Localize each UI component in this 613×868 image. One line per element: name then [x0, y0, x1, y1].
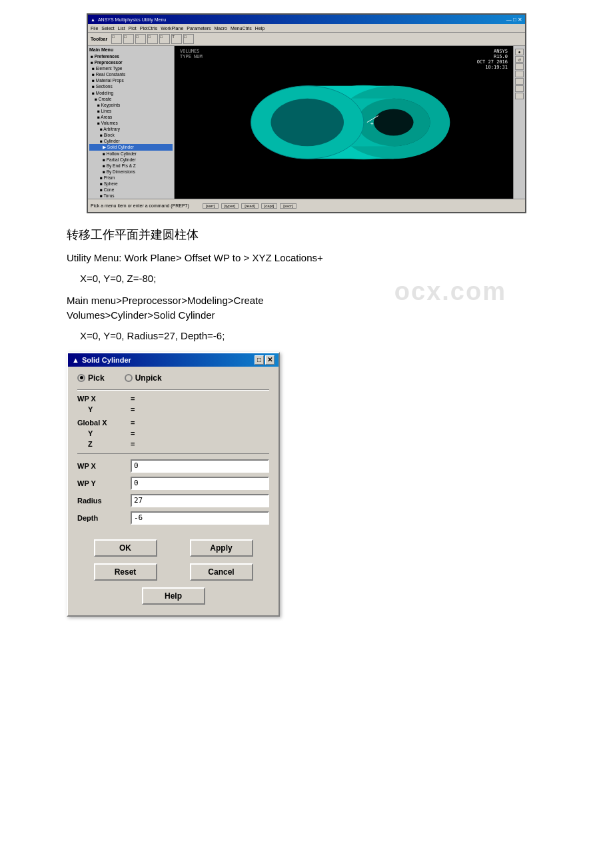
radius-input[interactable] — [131, 494, 269, 507]
pick-unpick-row: Pick Unpick — [77, 373, 269, 383]
global-y-eq: = — [131, 429, 141, 437]
solid-cylinder-dialog: ▲ Solid Cylinder □ ✕ Pick Unpick — [67, 352, 280, 617]
menu-plot[interactable]: Plot — [129, 26, 137, 31]
menu-help[interactable]: Help — [255, 26, 265, 31]
ansys-screenshot: ▲ ANSYS Multiphysics Utility Menu — □ ✕ … — [87, 13, 526, 213]
dialog-wrapper: ▲ Solid Cylinder □ ✕ Pick Unpick — [67, 352, 546, 617]
wp-x-input[interactable] — [131, 459, 269, 473]
main-menu-title: Main Menu — [89, 47, 173, 52]
toolbar-btn-4[interactable]: □ — [147, 34, 158, 44]
dialog-body: Pick Unpick WP X = Y = — [68, 367, 279, 615]
depth-label: Depth — [77, 514, 131, 522]
ansys-title: ANSYS Multiphysics Utility Menu — [98, 17, 166, 22]
dialog-ansys-icon: ▲ — [72, 356, 79, 364]
right-btn-2[interactable]: ↺ — [515, 56, 524, 63]
status-text: Pick a menu item or enter a command (PRE… — [91, 203, 189, 208]
params-1: X=0, Y=0, Z=-80; — [80, 273, 546, 284]
wp-y-input-label: WP Y — [77, 479, 131, 487]
ansys-version-label: ANSYSR15.0OCT 27 201610:19:31 — [477, 49, 508, 70]
divider-2 — [77, 453, 269, 454]
global-x-eq: = — [131, 419, 141, 427]
wp-coords-section: WP X = Y = — [77, 395, 269, 413]
dialog-titlebar-content: ▲ Solid Cylinder — [72, 356, 131, 364]
dialog-titlebar: ▲ Solid Cylinder □ ✕ — [68, 353, 279, 367]
content-area: 转移工作平面并建圆柱体 Utility Menu: Work Plane> Of… — [67, 227, 546, 341]
dialog-close-icon[interactable]: ✕ — [265, 355, 275, 365]
toolbar-btn-5[interactable]: □ — [159, 34, 170, 44]
pick-label: Pick — [88, 373, 105, 383]
menu-macro[interactable]: Macro — [214, 26, 227, 31]
pick-radio-circle[interactable] — [77, 374, 85, 382]
unpick-label: Unpick — [135, 373, 162, 383]
menu-tree: ■ Preferences ■ Preprocessor ■ Element T… — [89, 53, 173, 199]
help-row: Help — [77, 587, 269, 605]
global-y-row: Y = — [77, 429, 269, 437]
menu-parameters[interactable]: Parameters — [187, 26, 211, 31]
pick-radio[interactable]: Pick — [77, 373, 105, 383]
toolbar-btn-7[interactable]: □ — [183, 34, 194, 44]
wp-y-input[interactable] — [131, 477, 269, 490]
wp-x-eq: = — [131, 395, 141, 403]
global-x-row: Global X = — [77, 419, 269, 427]
global-z-eq: = — [131, 440, 141, 448]
depth-input[interactable] — [131, 511, 269, 525]
toolbar-btn-3[interactable]: □ — [135, 34, 146, 44]
menu-file[interactable]: File — [91, 26, 98, 31]
wp-x-label: WP X — [77, 395, 131, 403]
toolbar-btn-1[interactable]: □ — [111, 34, 122, 44]
radius-label: Radius — [77, 497, 131, 505]
dialog-maximize-icon[interactable]: □ — [255, 355, 264, 365]
wp-y-row: Y = — [77, 405, 269, 413]
right-btn-1[interactable]: ● — [515, 49, 524, 55]
status-btn-2[interactable]: [typer] — [221, 203, 239, 209]
global-z-label: Z — [77, 440, 131, 448]
cylinder-svg: + — [175, 46, 513, 199]
params-2: X=0, Y=0, Radius=27, Depth=-6; — [80, 330, 546, 341]
status-btn-3[interactable]: [read] — [241, 203, 258, 209]
global-coords-section: Global X = Y = Z = — [77, 419, 269, 448]
cancel-button[interactable]: Cancel — [190, 563, 253, 581]
ansys-viewport: VOLUMESTYPE NUM ANSYSR15.0OCT 27 201610:… — [175, 46, 513, 199]
apply-button[interactable]: Apply — [190, 539, 253, 557]
volume-label: VOLUMESTYPE NUM — [180, 49, 203, 59]
unpick-radio-circle[interactable] — [125, 374, 133, 382]
instruction-1: Utility Menu: Work Plane> Offset WP to >… — [67, 251, 546, 266]
wp-x-input-label: WP X — [77, 462, 131, 470]
toolbar-btn-2[interactable]: □ — [123, 34, 134, 44]
ok-apply-row: OK Apply — [77, 539, 269, 557]
svg-text:+: + — [370, 121, 374, 127]
global-y-label: Y — [77, 429, 131, 437]
svg-point-8 — [374, 109, 414, 136]
menu-menuctrls[interactable]: MenuCtrls — [231, 26, 252, 31]
right-btn-7[interactable] — [515, 93, 524, 99]
right-btn-5[interactable] — [515, 78, 524, 85]
depth-input-row: Depth — [77, 511, 269, 525]
chinese-title: 转移工作平面并建圆柱体 — [67, 227, 546, 243]
menu-select[interactable]: Select — [101, 26, 114, 31]
reset-button[interactable]: Reset — [94, 563, 157, 581]
global-x-label: Global X — [77, 419, 131, 427]
ansys-toolbar: Toolbar □ □ □ □ □ T □ — [88, 33, 525, 46]
wp-y-label: Y — [77, 405, 131, 413]
menu-workplane[interactable]: WorkPlane — [161, 26, 183, 31]
status-btn-5[interactable]: [sscr] — [280, 203, 296, 209]
unpick-radio[interactable]: Unpick — [125, 373, 162, 383]
close-button-area: □ ✕ — [255, 355, 275, 365]
status-btn-4[interactable]: [capt] — [261, 203, 278, 209]
ok-button[interactable]: OK — [94, 539, 157, 557]
help-button[interactable]: Help — [142, 587, 205, 605]
toolbar-btn-6[interactable]: T — [171, 34, 182, 44]
wp-y-input-row: WP Y — [77, 477, 269, 490]
wp-y-eq: = — [131, 405, 141, 413]
ansys-left-panel: Main Menu ■ Preferences ■ Preprocessor ■… — [88, 46, 175, 199]
menu-plotctrls[interactable]: PlotCtrls — [140, 26, 157, 31]
dialog-title: Solid Cylinder — [82, 356, 131, 364]
right-btn-6[interactable] — [515, 85, 524, 92]
wp-x-input-row: WP X — [77, 459, 269, 473]
status-btn-1[interactable]: [sarr] — [203, 203, 219, 209]
instruction-2: Main menu>Preprocessor>Modeling>CreateVo… — [67, 293, 546, 323]
right-btn-3[interactable] — [515, 63, 524, 70]
menu-list[interactable]: List — [118, 26, 125, 31]
right-btn-4[interactable] — [515, 71, 524, 77]
spacer-2 — [77, 529, 269, 533]
